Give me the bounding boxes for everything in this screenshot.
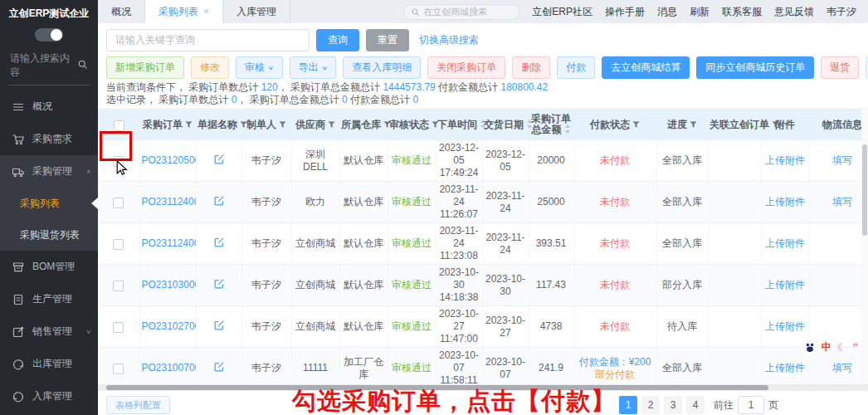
sidebar-item-2[interactable]: 采购管理∧ [0,155,98,188]
sidebar-item-7[interactable]: 入库管理 [0,380,98,413]
ime-moon-icon[interactable]: ☾ [837,341,847,354]
ime-language-indicator[interactable]: 中 [822,340,831,354]
column-header-2[interactable]: 单据名称 [196,110,241,140]
toolbar-button-1[interactable]: 修改 [191,56,229,79]
top-link-0[interactable]: 立创ERP社区 [532,5,592,19]
sidebar-item-4[interactable]: 生产管理 [0,283,98,315]
sidebar-item-6[interactable]: 出库管理 [0,348,98,380]
sidebar-search-input[interactable]: 请输入搜索内容 [8,48,90,85]
select-all-checkbox[interactable] [114,120,124,131]
sidebar-item-1[interactable]: 采购需求 [0,123,98,155]
mall-search-input[interactable]: 在立创商城搜索 [403,4,519,20]
upload-attachment-link[interactable]: 上传附件 [765,196,805,208]
tab-2[interactable]: 入库管理 [223,0,290,23]
top-link-4[interactable]: 联系客服 [722,5,762,19]
column-header-9[interactable]: 采购订单总金额 [529,110,573,140]
sidebar-subitem-2-0[interactable]: 采购列表 [0,188,98,219]
edit-icon[interactable] [213,322,225,334]
toolbar-button-10[interactable]: 退货 [821,56,859,79]
advanced-search-link[interactable]: 切换高级搜索 [419,33,479,47]
truck-icon [12,165,25,178]
edit-icon[interactable] [213,239,225,251]
column-header-14[interactable]: 物流信息 [809,110,868,140]
toolbar-button-8[interactable]: 去立创商城结算 [602,56,690,79]
po-link[interactable]: PO2310270001 [142,320,197,332]
filter-icon[interactable] [185,120,193,131]
top-link-3[interactable]: 刷新 [690,5,710,19]
filter-icon[interactable] [632,120,640,131]
edit-icon[interactable] [213,156,225,168]
column-header-4[interactable]: 供应商 [291,110,339,140]
column-config-button[interactable]: 表格列配置 [106,396,170,414]
vertical-scrollbar[interactable] [861,110,868,384]
page-number-4[interactable]: 4 [686,396,705,414]
top-link-1[interactable]: 操作手册 [605,5,645,19]
toolbar-button-3[interactable]: 导出∨ [290,56,337,79]
column-header-8[interactable]: 交货日期 [482,110,529,140]
vertical-scrollbar-thumb[interactable] [862,144,867,236]
sidebar-item-0[interactable]: 概况 [0,90,98,123]
row-checkbox[interactable] [113,281,124,291]
query-button[interactable]: 查询 [316,29,359,51]
edit-icon[interactable] [213,364,225,375]
tab-close-icon[interactable]: × [203,6,209,17]
row-checkbox[interactable] [113,364,124,374]
toolbar-button-0[interactable]: 新增采购订单 [106,56,184,79]
logistics-fill-link[interactable]: 填写 [832,154,852,166]
toolbar-button-9[interactable]: 同步立创商城历史订单 [696,56,814,79]
upload-attachment-link[interactable]: 上传附件 [765,279,805,290]
column-header-3[interactable]: 制单人 [241,110,291,140]
keyword-placeholder: 请输入关键字查询 [115,33,195,47]
po-link[interactable]: PO2311240001 [142,237,197,249]
page-number-3[interactable]: 3 [664,396,682,414]
row-checkbox[interactable] [113,198,124,208]
toolbar-button-4[interactable]: 查看入库明细 [343,56,421,79]
column-header-10[interactable]: 付款状态 [573,110,656,140]
goto-page-input[interactable]: 1 [738,396,764,414]
row-checkbox[interactable] [113,239,124,250]
toolbar-button-5[interactable]: 关闭采购订单 [427,56,505,79]
toolbar-button-6[interactable]: 删除 [512,56,550,79]
column-header-7[interactable]: 下单时间 [436,110,482,140]
po-link[interactable]: PO2310300001 [142,279,197,290]
cell-pay-status: 未付款 [573,182,656,223]
upload-attachment-link[interactable]: 上传附件 [765,154,805,166]
column-header-6[interactable]: 审核状态 [388,110,436,140]
logistics-fill-link[interactable]: 填写 [832,362,852,374]
top-link-5[interactable]: 意见反馈 [774,5,814,19]
reset-button[interactable]: 重置 [366,29,409,51]
edit-icon[interactable] [213,198,225,209]
filter-icon[interactable] [279,120,286,131]
user-name[interactable]: 韦子汐 [827,5,856,19]
filter-icon[interactable] [328,120,335,131]
toolbar-button-2[interactable]: 审核∨ [236,56,283,79]
sidebar-collapse-toggle[interactable] [35,28,63,42]
row-checkbox[interactable] [113,322,124,333]
top-link-2[interactable]: 消息 [657,5,677,19]
column-header-5[interactable]: 所属仓库 [339,110,388,140]
logistics-fill-link[interactable]: 填写 [832,196,852,208]
po-link[interactable]: PO2310070001 [142,362,197,374]
column-header-12[interactable]: 关联立创订单 [708,110,761,140]
ime-punctuation-icon[interactable]: ” [853,341,859,354]
upload-attachment-link[interactable]: 上传附件 [765,237,805,249]
sidebar-item-3[interactable]: BOM管理 [0,251,98,283]
tab-1[interactable]: 采购列表× [145,0,223,23]
filter-icon[interactable] [690,120,697,131]
page-number-2[interactable]: 2 [641,396,660,414]
tab-0[interactable]: 概况 [98,0,145,23]
keyword-input[interactable]: 请输入关键字查询 [106,29,310,51]
edit-icon[interactable] [213,281,225,292]
toolbar-button-7[interactable]: 付款 [557,56,595,79]
column-header-1[interactable]: 采购订单 [139,110,196,140]
column-header-11[interactable]: 进度 [656,110,708,140]
upload-attachment-link[interactable]: 上传附件 [765,320,805,332]
page-number-1[interactable]: 1 [619,396,637,414]
cell-supplier: 欧力 [291,182,339,223]
sidebar-item-5[interactable]: 销售管理∨ [0,315,98,348]
po-link[interactable]: PO2312050002 [142,154,197,166]
po-link[interactable]: PO2311240002 [142,196,197,208]
upload-attachment-link[interactable]: 上传附件 [765,362,805,374]
sidebar-subitem-2-1[interactable]: 采购退货列表 [0,219,98,251]
sort-icon[interactable] [564,124,571,136]
